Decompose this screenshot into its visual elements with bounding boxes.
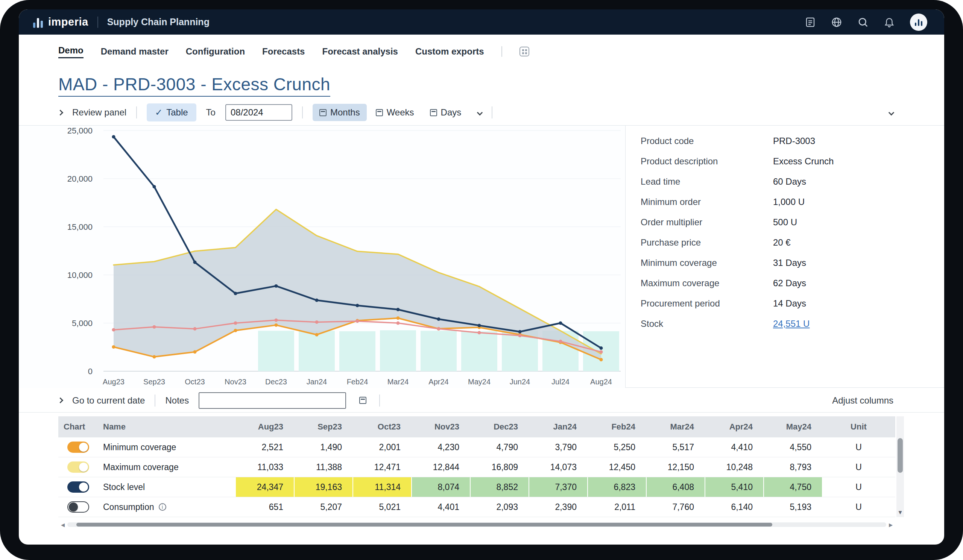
scroll-right-arrow-icon[interactable]: ▸ [886, 520, 895, 529]
review-panel-label[interactable]: Review panel [72, 107, 126, 118]
svg-text:5,000: 5,000 [72, 319, 92, 328]
info-icon[interactable]: i [159, 503, 166, 511]
svg-text:10,000: 10,000 [67, 270, 92, 280]
go-to-current-date-label[interactable]: Go to current date [72, 395, 145, 406]
topbar-icons [805, 13, 927, 31]
notes-input[interactable] [199, 392, 346, 409]
cell-sep23: 1,490 [294, 437, 352, 457]
cell-feb24: 2,011 [587, 497, 646, 517]
collapse-chart-chevron-icon[interactable] [888, 110, 895, 115]
detail-value[interactable]: 24,551 U [773, 319, 809, 329]
toggle-knob [79, 443, 88, 452]
granularity-more-chevron-icon[interactable] [477, 110, 483, 115]
nav-divider [501, 46, 502, 57]
detail-value: 20 € [773, 237, 791, 248]
device-frame: imperia Supply Chain Planning [0, 0, 963, 560]
bell-icon[interactable] [884, 16, 895, 28]
search-icon[interactable] [857, 16, 869, 28]
scroll-left-arrow-icon[interactable]: ◂ [58, 520, 67, 529]
cell-mar24: 5,517 [646, 437, 705, 457]
avatar-logo-icon [915, 18, 922, 26]
adjust-columns-button[interactable]: Adjust columns [832, 395, 893, 406]
detail-label: Product code [640, 136, 773, 146]
series-toggle-maximum-coverage[interactable] [67, 461, 89, 473]
svg-text:Aug23: Aug23 [103, 377, 125, 386]
nav-item-demo[interactable]: Demo [58, 45, 84, 58]
cell-mar24: 12,150 [646, 457, 705, 477]
column-header-dec23: Dec23 [470, 422, 529, 432]
brand-divider [97, 16, 98, 28]
toggle-knob [69, 502, 78, 511]
table-row-maximum-coverage: Maximum coverage11,03311,38812,47112,844… [58, 457, 895, 477]
cell-sep23: 11,388 [294, 457, 352, 477]
report-icon[interactable] [805, 16, 816, 28]
cell-aug23: 2,521 [235, 437, 294, 457]
nav-item-forecast-analysis[interactable]: Forecast analysis [322, 46, 397, 57]
cell-apr24: 10,248 [705, 457, 763, 477]
series-name: Stock level [103, 482, 145, 492]
cell-may24: 5,193 [763, 497, 822, 517]
detail-label: Lead time [640, 176, 773, 187]
calendar-icon [376, 109, 383, 116]
granularity-months[interactable]: Months [313, 104, 367, 121]
topbar: imperia Supply Chain Planning [19, 10, 944, 35]
horizontal-scrollbar-thumb[interactable] [76, 523, 772, 526]
detail-label: Minimum order [640, 197, 773, 207]
cell-unit: U [822, 497, 895, 517]
nav-item-custom-exports[interactable]: Custom exports [415, 46, 484, 57]
table-vertical-scrollbar[interactable]: ▾ [897, 416, 904, 517]
app-name: Supply Chain Planning [107, 16, 209, 28]
stock-chart: 05,00010,00015,00020,00025,000Aug23Sep23… [19, 126, 625, 388]
brand-logo-icon [33, 16, 43, 28]
toolbar-divider [379, 395, 380, 406]
detail-row-maximum-coverage: Maximum coverage62 Days [626, 273, 944, 293]
cell-sep23: 19,163 [294, 477, 352, 497]
cell-feb24: 12,450 [587, 457, 646, 477]
nav-item-configuration[interactable]: Configuration [186, 46, 245, 57]
vertical-scrollbar-thumb[interactable] [898, 438, 903, 473]
cell-dec23: 2,093 [470, 497, 529, 517]
column-header-feb24: Feb24 [587, 422, 646, 432]
granularity-days[interactable]: Days [423, 104, 469, 121]
detail-row-stock: Stock24,551 U [626, 314, 944, 334]
secondary-nav: DemoDemand masterConfigurationForecastsF… [19, 35, 944, 68]
table-horizontal-scrollbar[interactable]: ◂ ▸ [58, 522, 895, 528]
cell-dec23: 8,852 [470, 477, 529, 497]
apps-grid-icon[interactable] [519, 47, 529, 57]
granularity-label: Months [330, 107, 360, 118]
notes-calendar-button[interactable] [356, 394, 370, 407]
column-header-unit: Unit [822, 422, 895, 432]
svg-text:Mar24: Mar24 [387, 377, 409, 386]
svg-text:Jun24: Jun24 [510, 377, 530, 386]
to-date-input[interactable] [225, 104, 292, 121]
review-panel-chevron-icon[interactable] [58, 110, 63, 115]
cell-may24: 8,793 [763, 457, 822, 477]
scroll-down-arrow-icon[interactable]: ▾ [897, 508, 904, 516]
svg-text:Oct23: Oct23 [185, 377, 205, 386]
cell-oct23: 11,314 [352, 477, 411, 497]
column-header-nov23: Nov23 [411, 422, 470, 432]
table-row-stock-level: Stock level24,34719,16311,3148,0748,8527… [58, 477, 895, 497]
series-name: Maximum coverage [103, 462, 179, 473]
svg-text:Feb24: Feb24 [347, 377, 368, 386]
series-toggle-consumption[interactable] [67, 501, 89, 513]
globe-icon[interactable] [831, 16, 842, 28]
granularity-weeks[interactable]: Weeks [369, 104, 421, 121]
cell-name: Consumptioni [98, 497, 235, 517]
detail-row-minimum-order: Minimum order1,000 U [626, 192, 944, 212]
nav-item-forecasts[interactable]: Forecasts [262, 46, 305, 57]
granularity-label: Days [441, 107, 462, 118]
go-to-current-date-chevron-icon[interactable] [58, 398, 63, 403]
user-avatar[interactable] [910, 13, 927, 31]
horizontal-scrollbar-track[interactable] [67, 523, 886, 527]
cell-apr24: 4,410 [705, 437, 763, 457]
series-toggle-minimum-coverage[interactable] [67, 442, 89, 453]
detail-value: 14 Days [773, 298, 806, 309]
cell-jan24: 7,370 [529, 477, 587, 497]
toolbar-divider [302, 107, 303, 118]
series-toggle-stock-level[interactable] [67, 481, 89, 493]
svg-text:20,000: 20,000 [67, 174, 92, 183]
table-toggle-button[interactable]: ✓ Table [147, 104, 196, 121]
nav-item-demand-master[interactable]: Demand master [101, 46, 169, 57]
cell-oct23: 2,001 [352, 437, 411, 457]
